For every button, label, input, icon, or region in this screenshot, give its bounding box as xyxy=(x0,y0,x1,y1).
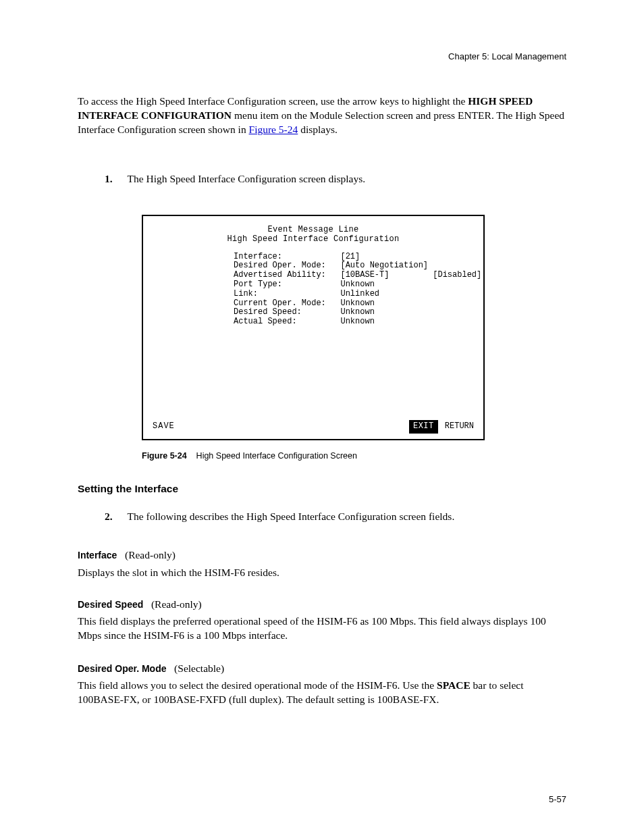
screen-line: Desired Speed: Unknown xyxy=(234,308,474,317)
field-interface-body: Displays the slot in which the HSIM-F6 r… xyxy=(78,566,570,580)
return-label: RETURN xyxy=(445,422,474,432)
intro-text-3: displays. xyxy=(300,124,338,135)
sub-heading: Setting the Interface xyxy=(78,483,178,495)
figure-caption-text: High Speed Interface Configuration Scree… xyxy=(196,451,357,461)
screen-line: Actual Speed: Unknown xyxy=(234,317,474,327)
screen-line: Link: Unlinked xyxy=(234,290,474,299)
intro-paragraph: To access the High Speed Interface Confi… xyxy=(78,95,570,137)
field-mode-selectable: (Selectable) xyxy=(174,662,224,674)
field-interface-name: Interface xyxy=(78,550,117,561)
step-1: 1. The High Speed Interface Configuratio… xyxy=(105,172,570,186)
screen-title: Event Message Line xyxy=(153,226,474,235)
field-mode-name: Desired Oper. Mode xyxy=(78,663,166,674)
save-label: SAVE xyxy=(153,422,175,432)
screen-line: Desired Oper. Mode: [Auto Negotiation] xyxy=(234,261,474,271)
page: Chapter 5: Local Management To access th… xyxy=(0,0,644,834)
field-interface-readonly: (Read-only) xyxy=(125,549,176,561)
field-interface-heading: Interface (Read-only) xyxy=(78,548,570,563)
screen-line: Interface: [21] xyxy=(234,253,474,262)
figure-number: Figure 5-24 xyxy=(142,451,187,461)
terminal-screen: Event Message Line High Speed Interface … xyxy=(142,215,485,440)
field-speed-heading: Desired Speed (Read-only) xyxy=(78,598,570,612)
field-speed-name: Desired Speed xyxy=(78,599,143,610)
intro-text-1: To access the High Speed Interface Confi… xyxy=(78,95,468,107)
field-mode-body: This field allows you to select the desi… xyxy=(78,679,570,707)
mode-body-before: This field allows you to select the desi… xyxy=(78,679,437,691)
field-speed-readonly: (Read-only) xyxy=(151,598,202,610)
screen-line: Current Oper. Mode: Unknown xyxy=(234,299,474,309)
screen-line: Port Type: Unknown xyxy=(234,280,474,290)
screen-line: Advertised Ability: [10BASE-T] [Disabled… xyxy=(234,271,474,280)
exit-button[interactable]: EXIT xyxy=(409,420,438,434)
screen-footer: SAVE EXIT RETURN xyxy=(153,420,474,434)
field-mode-heading: Desired Oper. Mode (Selectable) xyxy=(78,662,570,676)
step-2-number: 2. xyxy=(105,510,125,524)
field-speed-body: This field displays the preferred operat… xyxy=(78,615,570,643)
figure-caption: Figure 5-24 High Speed Interface Configu… xyxy=(142,451,357,461)
step-1-text: The High Speed Interface Configuration s… xyxy=(128,173,366,184)
page-header-right: Chapter 5: Local Management xyxy=(0,51,644,61)
screen-menu: Interface: [21] Desired Oper. Mode: [Aut… xyxy=(153,253,474,327)
mode-body-bold: SPACE xyxy=(437,679,471,691)
step-1-number: 1. xyxy=(105,172,125,186)
page-number: 5-57 xyxy=(549,794,566,804)
step-2-text: The following describes the High Speed I… xyxy=(128,511,455,522)
figure-link[interactable]: Figure 5-24 xyxy=(249,124,298,135)
step-2: 2. The following describes the High Spee… xyxy=(105,510,570,524)
screen-subtitle: High Speed Interface Configuration xyxy=(153,235,474,244)
